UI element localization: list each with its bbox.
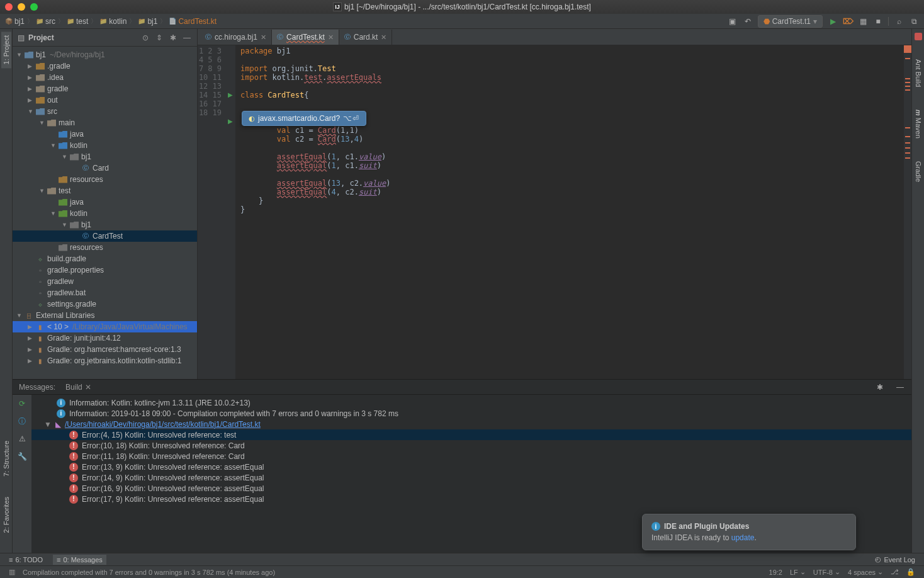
rerun-icon[interactable]: ⟳ xyxy=(17,399,27,409)
messages-tab-label[interactable]: Messages: xyxy=(19,383,55,392)
message-row[interactable]: !Error:(17, 9) Kotlin: Unresolved refere… xyxy=(31,494,911,504)
minimize-window-button[interactable] xyxy=(18,3,25,11)
breadcrumb-item[interactable]: 📁test xyxy=(67,17,88,26)
todo-tab[interactable]: ≡ 6: TODO xyxy=(5,555,47,565)
tree-row[interactable]: resources xyxy=(13,242,197,253)
tree-row[interactable]: resources xyxy=(13,174,197,185)
project-tree[interactable]: ▼bj1~/Dev/hiroga/bj1▶.gradle▶.idea▶gradl… xyxy=(13,47,197,379)
stop-button[interactable]: ■ xyxy=(873,16,883,26)
tree-row[interactable]: java xyxy=(13,196,197,208)
event-log-tab[interactable]: ◴ Event Log xyxy=(871,554,919,565)
gradle-tab[interactable]: Gradle xyxy=(913,157,923,186)
tree-row[interactable]: ▼kotlin xyxy=(13,208,197,219)
ant-build-tab[interactable]: Ant Build xyxy=(913,55,923,91)
autoscroll-icon[interactable]: ⊙ xyxy=(140,33,150,42)
breadcrumb-item[interactable]: 📄CardTest.kt xyxy=(169,17,217,26)
message-row[interactable]: !Error:(14, 9) Kotlin: Unresolved refere… xyxy=(31,472,911,483)
tree-row[interactable]: ⟐build.gradle xyxy=(13,253,197,264)
tree-row[interactable]: ▫gradlew xyxy=(13,276,197,287)
file-encoding[interactable]: UTF-8 ⌄ xyxy=(809,568,844,576)
project-tool-tab[interactable]: 1: Project xyxy=(1,31,11,68)
message-row[interactable]: iInformation: 2019-01-18 09:00 - Compila… xyxy=(31,408,911,419)
wrench-icon[interactable]: 🔧 xyxy=(17,451,27,462)
editor-tab[interactable]: ⒸCardTest.kt✕ xyxy=(272,30,339,45)
maximize-window-button[interactable] xyxy=(30,3,38,11)
tree-row[interactable]: ⟐settings.gradle xyxy=(13,298,197,310)
code-area[interactable]: package bj1 import org.junit.Test import… xyxy=(235,45,904,379)
tree-row[interactable]: ▶▮Gradle: junit:junit:4.12 xyxy=(13,332,197,344)
messages-hide-icon[interactable]: — xyxy=(895,382,905,392)
message-row[interactable]: iInformation: Kotlin: kotlinc-jvm 1.3.11… xyxy=(31,397,911,408)
gear-icon[interactable]: ✱ xyxy=(168,33,178,42)
messages-gear-icon[interactable]: ✱ xyxy=(875,382,885,392)
debug-button[interactable]: ⌦ xyxy=(843,16,853,26)
messages-bottom-tab[interactable]: ≡ 0: Messages xyxy=(53,555,106,565)
tree-row[interactable]: ▫gradlew.bat xyxy=(13,287,197,298)
tree-row[interactable]: ▶.gradle xyxy=(13,60,197,72)
favorites-tool-tab[interactable]: 2: Favorites xyxy=(1,493,11,536)
editor-tab[interactable]: ⒸCard.kt✕ xyxy=(339,30,393,45)
tool-window-quick-access[interactable]: ▥ xyxy=(5,568,19,576)
message-row[interactable]: !Error:(4, 15) Kotlin: Unresolved refere… xyxy=(31,429,911,440)
breadcrumb-item[interactable]: 📁kotlin xyxy=(99,17,127,26)
nav-back-icon[interactable]: ↶ xyxy=(743,16,753,26)
structure-popup-icon[interactable]: ⧉ xyxy=(909,16,919,26)
intention-hint-popup[interactable]: ◐ javax.smartcardio.Card? ⌥⏎ xyxy=(242,111,366,126)
editor-tab[interactable]: Ⓒcc.hiroga.bj1✕ xyxy=(200,30,272,45)
git-branch[interactable]: ⎇ xyxy=(887,568,903,576)
tree-row[interactable]: ▼kotlin xyxy=(13,140,197,151)
indent-setting[interactable]: 4 spaces ⌄ xyxy=(844,568,887,576)
coverage-button[interactable]: ▦ xyxy=(858,16,868,26)
run-config-selector[interactable]: ⬣ CardTest.t1 ▾ xyxy=(758,15,823,28)
readonly-lock[interactable]: 🔒 xyxy=(903,568,919,576)
tree-row[interactable]: ▼⌸External Libraries xyxy=(13,310,197,321)
tree-row[interactable]: ▶▮< 10 >/Library/Java/JavaVirtualMachine… xyxy=(13,321,197,332)
error-icon: ! xyxy=(69,463,78,472)
message-row[interactable]: !Error:(10, 18) Kotlin: Unresolved refer… xyxy=(31,440,911,451)
breadcrumb-item[interactable]: 📦bj1 xyxy=(5,17,25,26)
close-tab-icon[interactable]: ✕ xyxy=(261,33,266,42)
tree-row[interactable]: ⒸCard xyxy=(13,162,197,174)
tree-row[interactable]: ▶out xyxy=(13,94,197,106)
tree-row[interactable]: ▼main xyxy=(13,117,197,128)
tree-row[interactable]: ▫gradle.properties xyxy=(13,264,197,276)
update-notification-balloon[interactable]: iIDE and Plugin Updates IntelliJ IDEA is… xyxy=(642,514,856,550)
tree-row[interactable]: ▶▮Gradle: org.jetbrains.kotlin:kotlin-st… xyxy=(13,355,197,366)
tree-row[interactable]: ▶▮Gradle: org.hamcrest:hamcrest-core:1.3 xyxy=(13,344,197,355)
caret-position[interactable]: 19:2 xyxy=(765,569,786,576)
maven-tab[interactable]: m Maven xyxy=(913,106,923,142)
tree-row[interactable]: ▼bj1 xyxy=(13,151,197,162)
warning-filter-icon[interactable]: ⚠ xyxy=(17,434,27,444)
breadcrumb-item[interactable]: 📁src xyxy=(36,17,55,26)
search-everywhere-icon[interactable]: ⌕ xyxy=(894,16,904,26)
message-row[interactable]: !Error:(13, 9) Kotlin: Unresolved refere… xyxy=(31,462,911,472)
tree-row[interactable]: ▶.idea xyxy=(13,72,197,83)
tree-row[interactable]: ▼test xyxy=(13,185,197,196)
breadcrumb-item[interactable]: 📁bj1 xyxy=(138,17,157,26)
run-button[interactable]: ▶ xyxy=(828,16,838,26)
tree-row[interactable]: ▼bj1 xyxy=(13,219,197,230)
update-link[interactable]: update xyxy=(731,533,755,542)
message-row[interactable]: !Error:(11, 18) Kotlin: Unresolved refer… xyxy=(31,451,911,462)
close-window-button[interactable] xyxy=(5,3,13,11)
tree-row[interactable]: java xyxy=(13,128,197,140)
tree-row[interactable]: ▶gradle xyxy=(13,83,197,94)
message-row[interactable]: !Error:(16, 9) Kotlin: Unresolved refere… xyxy=(31,483,911,494)
error-stripe[interactable] xyxy=(904,45,911,379)
close-tab-icon[interactable]: ✕ xyxy=(328,33,334,42)
tree-row[interactable]: ▼bj1~/Dev/hiroga/bj1 xyxy=(13,49,197,60)
structure-tool-tab[interactable]: 7: Structure xyxy=(1,437,11,480)
tree-row[interactable]: ⒸCardTest xyxy=(13,230,197,242)
message-row[interactable]: ▼◣/Users/hiroaki/Dev/hiroga/bj1/src/test… xyxy=(31,419,911,429)
run-gutter[interactable]: ▶▶ xyxy=(225,45,235,379)
editor-body[interactable]: 1 2 3 4 5 6 7 8 9 10 11 12 13 14 15 16 1… xyxy=(198,45,911,379)
info-filter-icon[interactable]: ⓘ xyxy=(17,416,27,426)
close-tab-icon[interactable]: ✕ xyxy=(381,33,386,42)
collapse-icon[interactable]: ⇕ xyxy=(154,33,164,42)
line-separator[interactable]: LF ⌄ xyxy=(786,568,809,576)
hide-panel-icon[interactable]: — xyxy=(182,33,192,42)
tree-row[interactable]: ▼src xyxy=(13,106,197,117)
layout-icon[interactable]: ▣ xyxy=(728,16,738,26)
build-tab-label[interactable]: Build ✕ xyxy=(65,383,91,392)
analysis-indicator[interactable] xyxy=(915,33,922,40)
